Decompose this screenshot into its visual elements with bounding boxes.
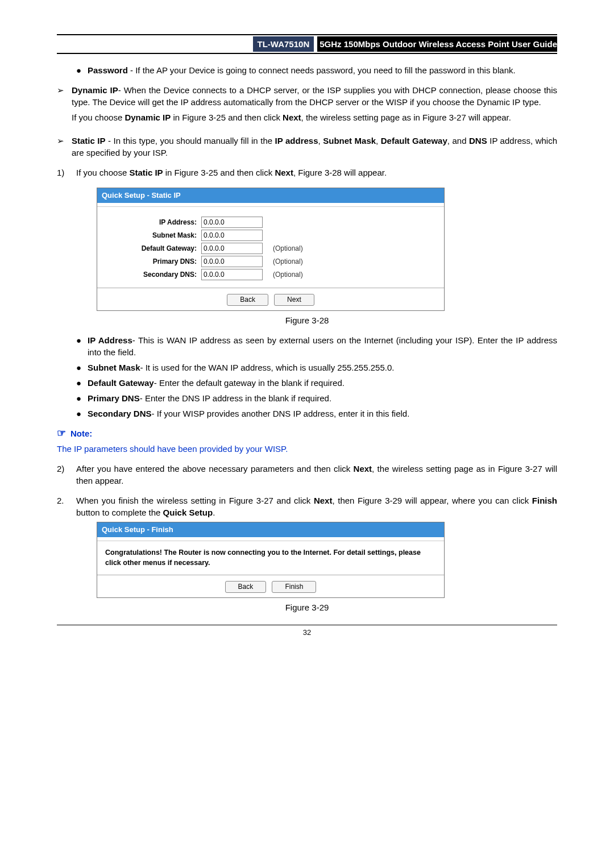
disc-icon: ● [76,408,88,420]
step-2-inner: 2) After you have entered the above nece… [57,463,557,487]
header-title: 5GHz 150Mbps Outdoor Wireless Access Poi… [317,36,557,52]
back-button[interactable]: Back [225,581,267,593]
disc-icon: ● [76,64,88,76]
step-number: 2) [57,463,76,487]
input-ip-address[interactable]: 0.0.0.0 [201,217,263,228]
step-number: 2. [57,495,76,518]
def-ip-address: ● IP Address- This is WAN IP address as … [76,334,557,358]
note-text: The IP parameters should have been provi… [57,443,557,455]
disc-icon: ● [76,334,88,358]
label-subnet-mask: Subnet Mask: [103,231,201,240]
disc-icon: ● [76,392,88,404]
input-primary-dns[interactable]: 0.0.0.0 [201,256,263,267]
figure-caption: Figure 3-29 [57,601,557,613]
figure-3-28: Quick Setup - Static IP IP Address: 0.0.… [97,188,445,311]
figure-caption: Figure 3-28 [57,314,557,326]
label-ip-address: IP Address: [103,218,201,227]
def-primary-dns: ● Primary DNS- Enter the DNS IP address … [76,392,557,404]
disc-icon: ● [76,377,88,389]
label-secondary-dns: Secondary DNS: [103,270,201,280]
bullet-dynamic-ip: Dynamic IP- When the Device connects to … [57,84,557,127]
step-number: 1) [57,167,76,178]
figure-3-29: Quick Setup - Finish Congratulations! Th… [97,522,445,598]
input-default-gateway[interactable]: 0.0.0.0 [201,243,263,254]
label-primary-dns: Primary DNS: [103,257,201,267]
figure-title: Quick Setup - Static IP [97,188,444,203]
def-default-gateway: ● Default Gateway- Enter the default gat… [76,377,557,389]
hand-icon [57,426,66,441]
disc-icon: ● [76,362,88,373]
step-1: 1) If you choose Static IP in Figure 3-2… [57,167,557,178]
page-number: 32 [57,628,557,638]
bullet-static-ip: Static IP - In this type, you should man… [57,135,557,159]
doc-header: TL-WA7510N 5GHz 150Mbps Outdoor Wireless… [57,34,557,54]
note-heading: Note: [57,426,557,441]
arrow-icon [57,135,72,159]
finish-button[interactable]: Finish [272,581,316,593]
label-default-gateway: Default Gateway: [103,244,201,254]
finish-message: Congratulations! The Router is now conne… [97,541,444,575]
figure-title: Quick Setup - Finish [97,522,444,537]
footer-rule [57,625,557,625]
optional-tag: (Optional) [273,257,303,267]
input-secondary-dns[interactable]: 0.0.0.0 [201,269,263,280]
header-model: TL-WA7510N [253,36,314,52]
arrow-icon [57,84,72,127]
def-subnet-mask: ● Subnet Mask- It is used for the WAN IP… [76,362,557,373]
input-subnet-mask[interactable]: 0.0.0.0 [201,230,263,241]
step-2-outer: 2. When you finish the wireless setting … [57,495,557,518]
next-button[interactable]: Next [274,294,314,306]
optional-tag: (Optional) [273,244,303,254]
back-button[interactable]: Back [227,294,268,306]
bullet-password: ● Password - If the AP your Device is go… [76,64,557,76]
optional-tag: (Optional) [273,270,303,280]
def-secondary-dns: ● Secondary DNS- If your WISP provides a… [76,408,557,420]
